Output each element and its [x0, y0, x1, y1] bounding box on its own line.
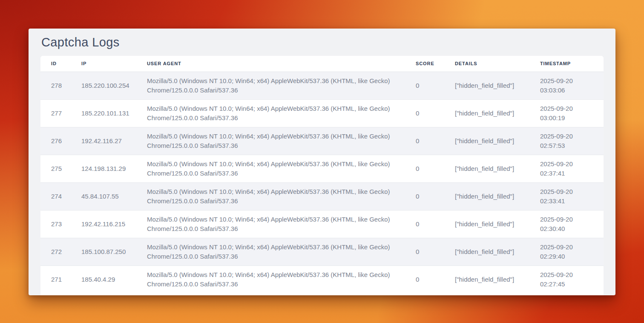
cell-id: 273 [40, 210, 71, 238]
column-header-timestamp: TIMESTAMP [529, 56, 604, 72]
cell-details: ["hidden_field_filled"] [444, 265, 529, 293]
table-container: IDIPUSER AGENTSCOREDETAILSTIMESTAMP 278 … [40, 56, 604, 295]
cell-ip: 185.220.100.254 [71, 72, 136, 99]
cell-user-agent: Mozilla/5.0 (Windows NT 10.0; Win64; x64… [136, 99, 405, 127]
cell-user-agent: Mozilla/5.0 (Windows NT 10.0; Win64; x64… [136, 127, 405, 155]
cell-score: 0 [405, 155, 444, 182]
cell-user-agent: Mozilla/5.0 (Windows NT 10.0; Win64; x64… [136, 155, 405, 182]
cell-user-agent: Mozilla/5.0 (Windows NT 10.0; Win64; x64… [136, 265, 405, 293]
cell-id: 276 [40, 127, 71, 155]
column-header-score: SCORE [405, 56, 444, 72]
cell-score: 0 [405, 99, 444, 127]
table-row: 274 45.84.107.55 Mozilla/5.0 (Windows NT… [40, 182, 604, 210]
cell-score: 0 [405, 210, 444, 238]
cell-timestamp: 2025-09-20 03:03:06 [529, 72, 604, 99]
cell-timestamp: 2025-09-20 02:37:41 [529, 155, 604, 182]
column-header-ip: IP [71, 56, 136, 72]
card-header: Captcha Logs [29, 29, 615, 56]
cell-ip: 124.198.131.29 [71, 155, 136, 182]
cell-user-agent: Mozilla/5.0 (Windows NT 10.0; Win64; x64… [136, 210, 405, 238]
table-row: 276 192.42.116.27 Mozilla/5.0 (Windows N… [40, 127, 604, 155]
table-row: 271 185.40.4.29 Mozilla/5.0 (Windows NT … [40, 265, 604, 293]
cell-id: 272 [40, 238, 71, 265]
cell-timestamp: 2025-09-20 02:29:40 [529, 238, 604, 265]
cell-details: ["hidden_field_filled"] [444, 99, 529, 127]
page-background: Captcha Logs IDIPUSER AGENTSCOREDETAILST… [0, 0, 644, 323]
cell-user-agent: Mozilla/5.0 (Windows NT 10.0; Win64; x64… [136, 182, 405, 210]
table-row: 275 124.198.131.29 Mozilla/5.0 (Windows … [40, 155, 604, 182]
cell-details: ["hidden_field_filled"] [444, 127, 529, 155]
cell-score: 0 [405, 127, 444, 155]
cell-ip: 192.42.116.27 [71, 127, 136, 155]
cell-timestamp: 2025-09-20 02:30:40 [529, 210, 604, 238]
table-header-row: IDIPUSER AGENTSCOREDETAILSTIMESTAMP [40, 56, 604, 72]
cell-details: ["hidden_field_filled"] [444, 72, 529, 99]
cell-score: 0 [405, 238, 444, 265]
cell-user-agent: Mozilla/5.0 (Windows NT 10.0; Win64; x64… [136, 238, 405, 265]
cell-score: 0 [405, 182, 444, 210]
cell-id: 271 [40, 265, 71, 293]
cell-ip: 185.220.101.131 [71, 99, 136, 127]
cell-ip: 192.42.116.215 [71, 210, 136, 238]
cell-id: 274 [40, 182, 71, 210]
cell-id: 277 [40, 99, 71, 127]
table-row: 273 192.42.116.215 Mozilla/5.0 (Windows … [40, 210, 604, 238]
cell-details: ["hidden_field_filled"] [444, 238, 529, 265]
column-header-id: ID [40, 56, 71, 72]
captcha-logs-card: Captcha Logs IDIPUSER AGENTSCOREDETAILST… [29, 29, 615, 295]
column-header-user_agent: USER AGENT [136, 56, 405, 72]
captcha-logs-table: IDIPUSER AGENTSCOREDETAILSTIMESTAMP 278 … [40, 56, 604, 293]
cell-details: ["hidden_field_filled"] [444, 155, 529, 182]
cell-ip: 185.40.4.29 [71, 265, 136, 293]
cell-details: ["hidden_field_filled"] [444, 210, 529, 238]
cell-timestamp: 2025-09-20 02:57:53 [529, 127, 604, 155]
cell-id: 278 [40, 72, 71, 99]
table-body: 278 185.220.100.254 Mozilla/5.0 (Windows… [40, 72, 604, 293]
table-row: 272 185.100.87.250 Mozilla/5.0 (Windows … [40, 238, 604, 265]
cell-details: ["hidden_field_filled"] [444, 182, 529, 210]
page-title: Captcha Logs [41, 35, 120, 49]
cell-score: 0 [405, 265, 444, 293]
cell-id: 275 [40, 155, 71, 182]
cell-timestamp: 2025-09-20 02:27:45 [529, 265, 604, 293]
cell-user-agent: Mozilla/5.0 (Windows NT 10.0; Win64; x64… [136, 72, 405, 99]
table-row: 277 185.220.101.131 Mozilla/5.0 (Windows… [40, 99, 604, 127]
table-row: 278 185.220.100.254 Mozilla/5.0 (Windows… [40, 72, 604, 99]
column-header-details: DETAILS [444, 56, 529, 72]
cell-ip: 185.100.87.250 [71, 238, 136, 265]
cell-timestamp: 2025-09-20 03:00:19 [529, 99, 604, 127]
cell-score: 0 [405, 72, 444, 99]
cell-timestamp: 2025-09-20 02:33:41 [529, 182, 604, 210]
cell-ip: 45.84.107.55 [71, 182, 136, 210]
